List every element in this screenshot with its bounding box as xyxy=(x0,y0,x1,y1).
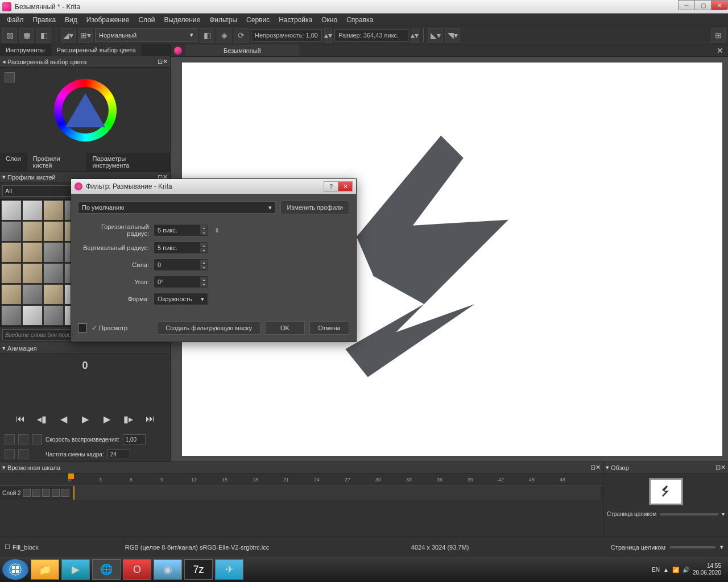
menu-layer[interactable]: Слой xyxy=(134,15,159,25)
brush-preset[interactable] xyxy=(22,263,43,284)
brush-preset[interactable] xyxy=(1,221,22,242)
document-close-button[interactable]: ✕ xyxy=(712,46,728,55)
anim-play-button[interactable]: ▶ xyxy=(77,410,94,427)
close-panel-icon[interactable]: ✕ xyxy=(721,464,726,471)
alpha-lock-button[interactable]: ◈ xyxy=(217,28,231,43)
brush-preset[interactable] xyxy=(1,305,22,326)
framerate-input[interactable]: 24 xyxy=(107,449,130,459)
zoom-status[interactable]: Страница целиком xyxy=(611,544,665,551)
vradius-input[interactable]: 5 пикс.▴▾ xyxy=(154,242,208,254)
minimize-button[interactable]: ─ xyxy=(678,0,695,10)
brush-preset[interactable] xyxy=(43,200,64,221)
preview-checkbox[interactable]: ✓ Просмотр xyxy=(92,325,127,332)
brush-preset[interactable] xyxy=(22,284,43,305)
tray-flag-icon[interactable]: ▲ xyxy=(663,567,669,573)
blend-mode-select[interactable]: Нормальный xyxy=(95,28,197,42)
menu-edit[interactable]: Правка xyxy=(28,15,61,25)
taskbar-opera[interactable]: O xyxy=(123,559,151,580)
menu-tools[interactable]: Сервис xyxy=(242,15,274,25)
anim-next-button[interactable]: ▶ xyxy=(98,410,115,427)
anim-a-button[interactable] xyxy=(5,434,15,444)
mirror-h-button[interactable]: ◣▾ xyxy=(428,28,443,43)
edit-profiles-button[interactable]: Изменить профили xyxy=(280,201,349,214)
menu-settings[interactable]: Настройка xyxy=(274,15,317,25)
brush-preset[interactable] xyxy=(1,263,22,284)
taskbar-telegram[interactable]: ✈ xyxy=(215,559,243,580)
maximize-button[interactable]: ▢ xyxy=(694,0,712,10)
strength-input[interactable]: 0▴▾ xyxy=(154,259,208,271)
float-icon[interactable]: ⊡ xyxy=(158,58,163,65)
brush-preset[interactable] xyxy=(1,284,22,305)
brush-preset[interactable] xyxy=(43,305,64,326)
anim-prev-button[interactable]: ◀ xyxy=(55,410,72,427)
layer-extra-icon[interactable] xyxy=(61,489,69,497)
anim-c-button[interactable] xyxy=(32,434,42,444)
shape-select[interactable]: Окружность▾ xyxy=(154,293,208,305)
tray-lang[interactable]: EN xyxy=(652,567,660,573)
ok-button[interactable]: OK xyxy=(265,321,305,335)
tray-volume-icon[interactable]: 🔊 xyxy=(682,567,689,573)
preset-select[interactable]: По умолчанию▾ xyxy=(78,201,276,214)
taskbar-media[interactable]: ▶ xyxy=(61,559,90,580)
opacity-stepper[interactable]: ▴▾ xyxy=(324,28,332,43)
start-button[interactable] xyxy=(2,559,28,580)
taskbar-7zip[interactable]: 7z xyxy=(184,559,213,580)
color-selector[interactable] xyxy=(0,68,170,153)
reload-button[interactable]: ⟳ xyxy=(234,28,249,43)
overview-thumbnail[interactable] xyxy=(649,478,683,505)
color-options-button[interactable] xyxy=(5,72,15,82)
zoom-dropdown[interactable]: ▾ xyxy=(722,511,725,517)
gradient-button[interactable]: ▨ xyxy=(2,28,17,43)
timeline-track[interactable] xyxy=(73,486,601,500)
zoom-slider-status[interactable] xyxy=(670,546,715,548)
tab-brush-profiles[interactable]: Профили кистей xyxy=(27,153,87,171)
opacity-slider[interactable]: Непрозрачность: 1,00 xyxy=(251,29,322,41)
menu-help[interactable]: Справка xyxy=(342,15,378,25)
menu-select[interactable]: Выделение xyxy=(160,15,205,25)
brush-preset[interactable] xyxy=(43,221,64,242)
timeline-playhead[interactable] xyxy=(68,473,74,479)
brush-engine-button[interactable]: ◢▾ xyxy=(61,28,76,43)
cancel-button[interactable]: Отмена xyxy=(309,321,349,335)
dialog-titlebar[interactable]: Фильтр: Размывание - Krita ? ✕ xyxy=(71,179,356,194)
brush-preset[interactable] xyxy=(22,242,43,263)
anim-b-button[interactable] xyxy=(18,434,28,444)
create-mask-button[interactable]: Создать фильтрующую маску xyxy=(157,321,260,335)
menu-filters[interactable]: Фильтры xyxy=(205,15,242,25)
dialog-help-button[interactable]: ? xyxy=(324,181,338,192)
menu-window[interactable]: Окно xyxy=(317,15,342,25)
anim-e-button[interactable] xyxy=(18,449,28,459)
tab-tools[interactable]: Инструменты xyxy=(0,44,51,56)
brush-preset[interactable] xyxy=(1,200,22,221)
fg-bg-swap[interactable]: ◧ xyxy=(36,28,51,43)
timeline-ruler[interactable]: 036912151821242730333639424548 xyxy=(0,473,603,486)
brush-preset[interactable] xyxy=(22,221,43,242)
taskbar-explorer[interactable]: 📁 xyxy=(31,559,59,580)
anim-next-key-button[interactable]: ▮▸ xyxy=(120,410,137,427)
tab-adv-color[interactable]: Расширенный выбор цвета xyxy=(51,44,142,56)
brush-preset[interactable] xyxy=(43,263,64,284)
brush-preset[interactable] xyxy=(1,242,22,263)
mirror-v-button[interactable]: ◥▾ xyxy=(445,28,460,43)
pattern-button[interactable]: ▦ xyxy=(19,28,34,43)
size-stepper[interactable]: ▴▾ xyxy=(411,28,419,43)
angle-input[interactable]: 0°▴▾ xyxy=(154,276,208,288)
document-tab[interactable]: Безымянный xyxy=(185,44,299,56)
anim-last-button[interactable]: ⏭ xyxy=(142,410,159,427)
menu-image[interactable]: Изображение xyxy=(82,15,134,25)
layer-onion-icon[interactable] xyxy=(52,489,60,497)
tab-tool-params[interactable]: Параметры инструмента xyxy=(87,153,170,171)
eraser-mode-button[interactable]: ◧ xyxy=(200,28,214,43)
float-icon[interactable]: ⊡ xyxy=(715,464,721,471)
float-icon[interactable]: ⊡ xyxy=(590,464,595,471)
grid-button[interactable]: ⊞▾ xyxy=(78,28,93,43)
timeline-layer-row[interactable]: Слой 2 xyxy=(0,486,603,500)
layer-vis-icon[interactable] xyxy=(23,489,31,497)
layer-alpha-icon[interactable] xyxy=(42,489,50,497)
tray-clock[interactable]: 14:55 28.06.2020 xyxy=(693,563,721,576)
menu-file[interactable]: Файл xyxy=(2,15,28,25)
taskbar-krita[interactable]: ◉ xyxy=(154,559,182,580)
dialog-close-button[interactable]: ✕ xyxy=(338,181,353,192)
link-radius-icon[interactable]: ⇕ xyxy=(213,227,221,234)
close-button[interactable]: ✕ xyxy=(711,0,728,10)
